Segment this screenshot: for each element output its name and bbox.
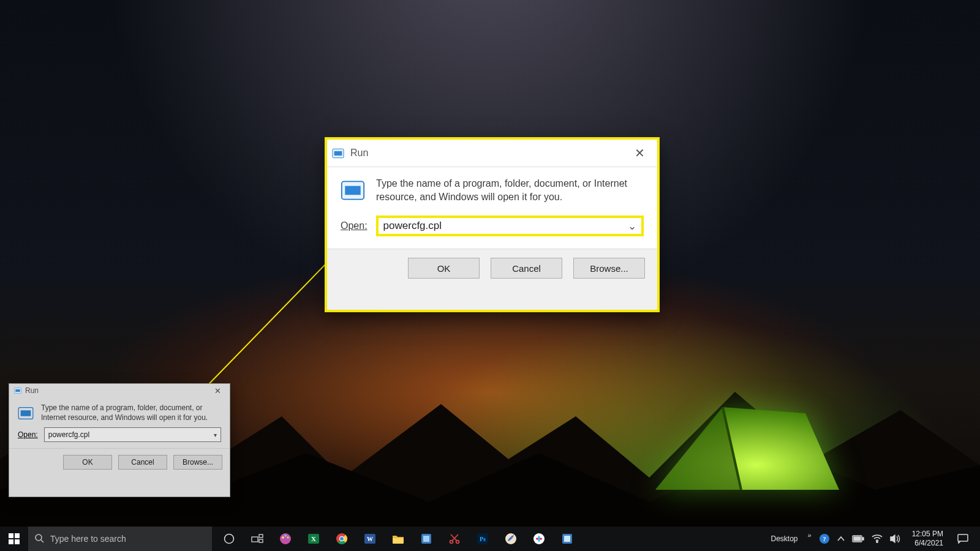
svg-point-21 <box>282 536 284 539</box>
svg-point-23 <box>287 536 289 539</box>
search-placeholder-text: Type here to search <box>50 534 126 544</box>
cancel-button[interactable]: Cancel <box>118 455 167 470</box>
browse-button[interactable]: Browse... <box>173 455 222 470</box>
browse-button[interactable]: Browse... <box>573 258 645 279</box>
open-combobox[interactable]: powercfg.cpl ▾ <box>44 427 221 442</box>
open-combobox[interactable]: powercfg.cpl ⌄ <box>376 216 644 236</box>
app-slack[interactable] <box>526 527 552 551</box>
ok-button[interactable]: OK <box>63 455 112 470</box>
action-center-button[interactable] <box>951 527 975 551</box>
cortana-button[interactable] <box>216 527 243 551</box>
system-tray[interactable]: Desktop » ? 12:05 PM 6/4/2021 <box>771 527 980 551</box>
svg-point-22 <box>284 534 287 537</box>
svg-rect-3 <box>15 389 20 392</box>
svg-text:Ps: Ps <box>480 536 486 542</box>
svg-line-15 <box>41 540 43 542</box>
clock-time: 12:05 PM <box>912 530 943 539</box>
folder-icon <box>391 533 405 545</box>
app-generic-2[interactable] <box>554 527 581 551</box>
toolbar-overflow-icon[interactable]: » <box>808 531 812 539</box>
app-photoshop[interactable]: Ps <box>469 527 496 551</box>
run-icon <box>332 148 344 159</box>
volume-icon[interactable] <box>890 534 901 543</box>
svg-rect-9 <box>345 186 360 195</box>
open-label: Open: <box>341 220 368 231</box>
ok-button[interactable]: OK <box>408 258 480 279</box>
app-snip[interactable] <box>441 527 468 551</box>
chevron-down-icon[interactable]: ▾ <box>214 432 217 438</box>
svg-rect-13 <box>15 539 20 544</box>
search-icon <box>34 533 44 545</box>
tray-chevron-up-icon[interactable] <box>837 536 845 542</box>
help-icon[interactable]: ? <box>819 533 830 544</box>
notification-icon <box>957 534 968 544</box>
clock-date: 6/4/2021 <box>914 539 943 548</box>
run-dialog-zoomed: Run ✕ Type the name of a program, folder… <box>325 137 660 312</box>
title-text: Run <box>25 386 39 395</box>
run-dialog-original[interactable]: Run ✕ Type the name of a program, folder… <box>9 383 230 497</box>
close-button[interactable]: ✕ <box>627 142 652 164</box>
svg-point-35 <box>450 541 453 544</box>
app-paint[interactable] <box>272 527 299 551</box>
svg-point-16 <box>225 534 234 544</box>
task-view-icon <box>251 534 263 544</box>
svg-rect-44 <box>538 536 540 542</box>
toolbar-desktop-label[interactable]: Desktop <box>771 534 797 543</box>
title-bar[interactable]: Run ✕ <box>9 384 230 397</box>
svg-rect-17 <box>252 537 258 542</box>
battery-icon[interactable] <box>852 535 864 542</box>
taskbar-search[interactable]: Type here to search <box>28 527 212 551</box>
taskbar-clock[interactable]: 12:05 PM 6/4/2021 <box>912 530 943 548</box>
svg-rect-19 <box>259 539 263 542</box>
title-text: Run <box>350 148 368 159</box>
word-icon: W <box>363 532 377 545</box>
start-button[interactable] <box>0 527 28 551</box>
app-generic-1[interactable] <box>413 527 440 551</box>
brush-icon <box>504 532 518 545</box>
svg-text:W: W <box>367 536 373 542</box>
background-tent <box>649 398 845 496</box>
description-text: Type the name of a program, folder, docu… <box>41 403 221 422</box>
description-text: Type the name of a program, folder, docu… <box>376 177 644 203</box>
app-file-explorer[interactable] <box>385 527 412 551</box>
svg-text:X: X <box>311 535 316 542</box>
app-excel[interactable]: X <box>300 527 327 551</box>
circle-icon <box>224 533 235 544</box>
desktop-background[interactable]: Run ✕ Type the name of a program, folder… <box>0 0 980 551</box>
task-view-button[interactable] <box>244 527 271 551</box>
run-icon <box>18 403 34 422</box>
open-value: powercfg.cpl <box>48 430 89 439</box>
photoshop-icon: Ps <box>476 532 489 545</box>
svg-rect-18 <box>259 534 263 538</box>
title-bar[interactable]: Run ✕ <box>327 140 657 167</box>
app-icon <box>420 533 432 545</box>
svg-rect-34 <box>423 536 429 542</box>
slack-icon <box>532 532 546 545</box>
svg-rect-12 <box>9 539 13 544</box>
wifi-icon[interactable] <box>872 534 883 543</box>
chevron-down-icon[interactable]: ⌄ <box>628 220 636 233</box>
app-word[interactable]: W <box>356 527 383 551</box>
svg-text:?: ? <box>823 535 826 542</box>
app-paint3d[interactable] <box>497 527 524 551</box>
svg-point-14 <box>36 534 42 541</box>
app-chrome[interactable] <box>328 527 355 551</box>
close-button[interactable]: ✕ <box>209 386 226 395</box>
open-value: powercfg.cpl <box>383 220 442 232</box>
cancel-button[interactable]: Cancel <box>491 258 562 279</box>
svg-rect-7 <box>334 151 342 155</box>
svg-rect-10 <box>9 533 13 538</box>
app-icon <box>561 533 573 545</box>
run-icon <box>341 177 365 203</box>
taskbar-pinned-apps: X W Ps <box>216 527 581 551</box>
taskbar[interactable]: Type here to search X W <box>0 527 980 551</box>
svg-rect-46 <box>564 536 570 542</box>
svg-rect-53 <box>958 534 968 541</box>
chrome-icon <box>335 532 349 545</box>
excel-icon: X <box>307 532 320 545</box>
svg-rect-51 <box>854 537 861 541</box>
svg-rect-11 <box>15 533 20 538</box>
windows-icon <box>9 533 20 544</box>
run-icon <box>14 388 21 394</box>
svg-point-36 <box>456 541 459 544</box>
